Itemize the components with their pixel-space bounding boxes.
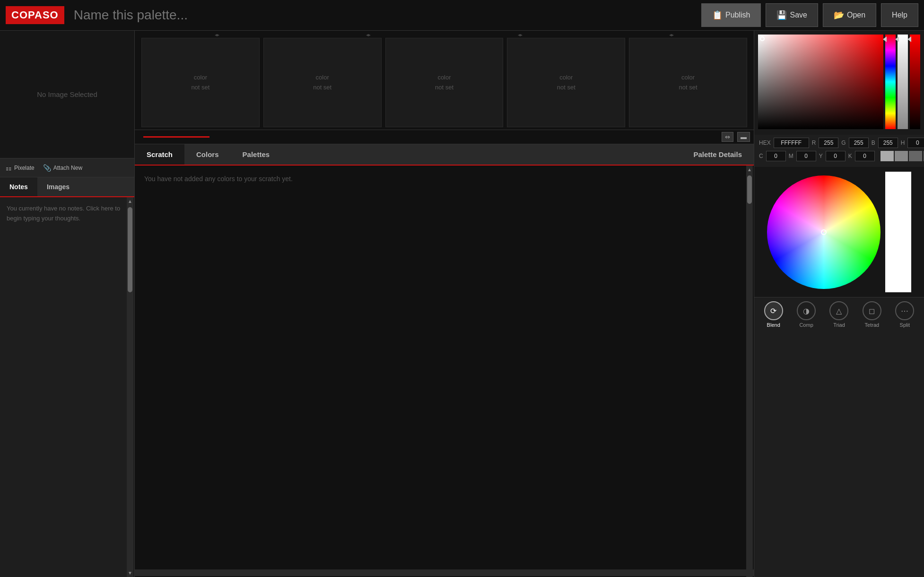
ruler-mark-2: ◂▸: [366, 32, 371, 37]
tab-scratch[interactable]: Scratch: [135, 144, 184, 166]
attach-label: Attach New: [53, 165, 82, 171]
c-input[interactable]: [766, 151, 786, 161]
color-values: HEX R G B H S V C M Y: [754, 135, 924, 167]
tetrad-label: Tetrad: [865, 322, 880, 328]
pixelate-button[interactable]: ⚏ Pixelate: [6, 164, 35, 172]
color-wheel-area: [754, 167, 924, 297]
image-toolbar: ⚏ Pixelate 📎 Attach New: [0, 158, 134, 177]
tab-images[interactable]: Images: [37, 177, 79, 196]
k-label: K: [848, 153, 852, 159]
main-layout: No Image Selected ⚏ Pixelate 📎 Attach Ne…: [0, 31, 924, 577]
cmyk-swatch-2: [895, 151, 908, 161]
harmony-tetrad[interactable]: ◻ Tetrad: [863, 301, 881, 328]
h-input[interactable]: [907, 138, 924, 148]
red-strip[interactable]: [910, 35, 920, 129]
toggle-btn[interactable]: ▬: [737, 132, 750, 142]
comp-icon: ◑: [797, 301, 816, 320]
hue-arrow: [883, 36, 887, 42]
r-label: R: [812, 140, 816, 146]
pixelate-icon: ⚏: [6, 164, 12, 172]
center-scroll-up[interactable]: ▲: [746, 166, 753, 174]
help-button[interactable]: Help: [881, 3, 918, 27]
harmony-comp[interactable]: ◑ Comp: [797, 301, 816, 328]
split-label: Split: [900, 322, 910, 328]
saturation-strip[interactable]: [898, 35, 908, 129]
publish-button[interactable]: 📋 Publish: [701, 3, 761, 27]
save-icon: 💾: [776, 10, 787, 20]
center-scrollbar[interactable]: ▲ ▼: [746, 166, 753, 577]
blend-label: Blend: [767, 322, 780, 328]
progress-bar: [143, 136, 209, 138]
color-picker-area: [754, 31, 924, 135]
color-slot-3[interactable]: colornot set: [385, 38, 504, 127]
open-label: Open: [847, 11, 865, 19]
center-panel: ◂▸ ◂▸ ◂▸ ◂▸ colornot set colornot set co…: [135, 31, 754, 577]
harmony-split[interactable]: ⋯ Split: [895, 301, 914, 328]
scratch-content: You have not added any colors to your sc…: [135, 166, 754, 577]
attach-new-button[interactable]: 📎 Attach New: [43, 164, 82, 172]
color-strip: ◂▸ ◂▸ ◂▸ ◂▸ colornot set colornot set co…: [135, 31, 754, 130]
color-slot-1[interactable]: colornot set: [141, 38, 260, 127]
gradient-box[interactable]: [758, 35, 883, 129]
notes-content[interactable]: You currently have no notes. Click here …: [0, 197, 134, 577]
left-panel: No Image Selected ⚏ Pixelate 📎 Attach Ne…: [0, 31, 135, 577]
sat-arrow: [895, 36, 899, 42]
m-label: M: [789, 153, 793, 159]
hue-strip[interactable]: [885, 35, 896, 129]
hex-rgb-row: HEX R G B H S V: [759, 138, 919, 148]
cmyk-swatch-3: [909, 151, 922, 161]
triad-icon: △: [829, 301, 848, 320]
c-label: C: [759, 153, 763, 159]
tab-notes[interactable]: Notes: [0, 177, 37, 197]
y-input[interactable]: [826, 151, 846, 161]
cmyk-swatch-1: [880, 151, 894, 161]
wheel-dot: [821, 229, 827, 235]
harmony-blend[interactable]: ⟳ Blend: [764, 301, 783, 328]
triad-label: Triad: [833, 322, 845, 328]
open-icon: 📂: [834, 10, 844, 20]
r-input[interactable]: [819, 138, 838, 148]
red-arrow: [907, 36, 911, 42]
comp-label: Comp: [799, 322, 813, 328]
h-label: H: [901, 140, 905, 146]
ruler-mark-3: ◂▸: [518, 32, 523, 37]
harmony-buttons: ⟳ Blend ◑ Comp △ Triad ◻ Tetrad ⋯ Split: [754, 297, 924, 332]
scroll-down-arrow[interactable]: ▼: [126, 569, 134, 577]
hex-label: HEX: [759, 140, 771, 146]
save-button[interactable]: 💾 Save: [766, 3, 818, 27]
pixelate-label: Pixelate: [14, 165, 35, 171]
palette-name-input[interactable]: [69, 8, 697, 23]
y-label: Y: [819, 153, 823, 159]
k-input[interactable]: [855, 151, 875, 161]
attach-icon: 📎: [43, 164, 51, 172]
strip-controls-row: ⇔ ▬: [135, 130, 754, 144]
m-input[interactable]: [796, 151, 816, 161]
cmyk-swatches: [880, 151, 924, 161]
color-slot-2[interactable]: colornot set: [263, 38, 382, 127]
swap-btn[interactable]: ⇔: [722, 132, 733, 142]
tab-palettes[interactable]: Palettes: [231, 144, 282, 165]
tetrad-icon: ◻: [863, 301, 881, 320]
scratch-empty-message: You have not added any colors to your sc…: [144, 175, 293, 568]
color-slot-5[interactable]: colornot set: [629, 38, 747, 127]
left-tabs: Notes Images: [0, 177, 134, 197]
picker-dot: [760, 36, 765, 41]
center-scroll-thumb[interactable]: [747, 175, 752, 204]
b-input[interactable]: [878, 138, 898, 148]
tab-colors[interactable]: Colors: [184, 144, 231, 165]
publish-label: Publish: [725, 11, 750, 19]
b-label: B: [872, 140, 875, 146]
open-button[interactable]: 📂 Open: [823, 3, 876, 27]
harmony-triad[interactable]: △ Triad: [829, 301, 848, 328]
color-wheel[interactable]: [767, 175, 880, 289]
hex-input[interactable]: [774, 138, 809, 148]
color-slot-4[interactable]: colornot set: [507, 38, 625, 127]
g-label: G: [841, 140, 846, 146]
left-scrollbar[interactable]: ▲ ▼: [127, 197, 133, 577]
palette-details-button[interactable]: Palette Details: [681, 144, 754, 165]
scroll-up-arrow[interactable]: ▲: [126, 197, 134, 205]
ruler-mark-1: ◂▸: [215, 32, 219, 37]
g-input[interactable]: [849, 138, 869, 148]
scroll-thumb[interactable]: [128, 207, 132, 292]
bottom-scrollbar[interactable]: [135, 569, 754, 576]
